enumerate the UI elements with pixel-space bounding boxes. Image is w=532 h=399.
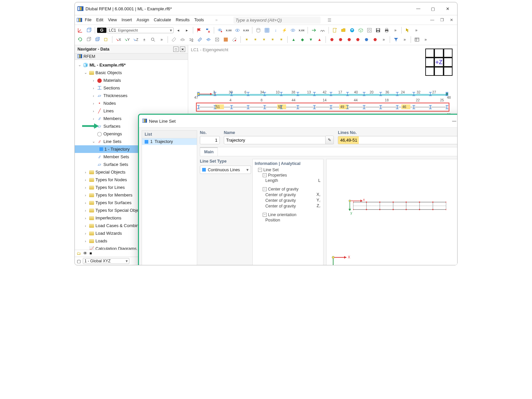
tree-basic-objects[interactable]: ⌄Basic Objects (75, 69, 188, 76)
tb2-red3-icon[interactable]: ⬣ (345, 36, 353, 44)
tb-more1-icon[interactable]: » (391, 26, 399, 34)
tb2-star5-icon[interactable]: ✶ (277, 36, 285, 44)
tree-model[interactable]: ⌄🧊ML - Example.rf6* (75, 61, 188, 69)
info-lineset[interactable]: –Line Set (255, 167, 321, 173)
tb2-grid3d-icon[interactable] (204, 36, 212, 44)
tb-prev-icon[interactable]: ◂ (174, 26, 182, 34)
tb2-plane3-icon[interactable] (230, 36, 238, 44)
dialog-minimize-button[interactable]: — (448, 117, 458, 125)
tb2-red2-icon[interactable]: ⬣ (336, 36, 344, 44)
tree-materials[interactable]: ›⬤Materials (75, 76, 188, 84)
tab-main[interactable]: Main (200, 147, 218, 156)
tb2-filter-icon[interactable] (392, 36, 400, 44)
tb-lightning-icon[interactable]: ⚡ (280, 26, 288, 34)
tb-eye2-icon[interactable] (289, 26, 297, 34)
close-button[interactable]: ✕ (441, 4, 455, 13)
tb-save-icon[interactable] (374, 26, 382, 34)
tb-flag-del-icon[interactable] (204, 26, 212, 34)
tb2-axis-z-icon[interactable]: ↘Z (132, 36, 140, 44)
tb-eye-icon[interactable] (233, 26, 241, 34)
tb2-more5-icon[interactable]: » (422, 36, 430, 44)
info-orient[interactable]: –Line orientation (255, 212, 321, 217)
maximize-button[interactable]: ▢ (426, 4, 440, 13)
info-cog[interactable]: –Center of gravity (255, 187, 321, 192)
tree-thicknesses[interactable]: ›▱Thicknesses (75, 92, 188, 99)
tb2-sup1-icon[interactable]: ▲ (290, 36, 298, 44)
menu-assign[interactable]: Assign (135, 17, 151, 23)
tb-select1-icon[interactable] (404, 26, 412, 34)
tb2-hatch-icon[interactable] (222, 36, 230, 44)
tb2-more4-icon[interactable]: » (401, 36, 409, 44)
tree-nodes[interactable]: ›•Nodes (75, 99, 188, 107)
tb2-sup3-icon[interactable]: ▼ (307, 36, 315, 44)
workspace-close-icon[interactable]: ✕ (448, 17, 455, 23)
tb2-axis-search-icon[interactable] (149, 36, 157, 44)
tb-xxx-icon[interactable]: x.xx (242, 26, 250, 34)
tb2-star3-icon[interactable]: ✶ (260, 36, 268, 44)
navigator-pin-icon[interactable]: □ (173, 47, 179, 52)
dialog-list-item-1[interactable]: 1 Trajectory (142, 138, 197, 145)
tb2-more3-icon[interactable]: » (380, 36, 388, 44)
tb2-red1-icon[interactable]: ⬣ (328, 36, 336, 44)
tb-ucs-icon[interactable] (76, 26, 84, 34)
menu-file[interactable]: File (83, 17, 93, 23)
keyword-input[interactable] (233, 17, 321, 24)
tb-cloud-icon[interactable] (348, 26, 356, 34)
nav-tab-camera-icon[interactable]: ■ (89, 251, 92, 256)
tb2-red5-icon[interactable]: ⬣ (371, 36, 379, 44)
tb2-refresh-icon[interactable] (76, 36, 84, 44)
tb2-axis-x-icon[interactable]: ↘X (114, 36, 122, 44)
navigator-close-icon[interactable]: ✕ (180, 47, 185, 52)
lines-no-input[interactable] (338, 136, 458, 144)
tb2-cube2-icon[interactable] (93, 36, 101, 44)
tb2-star4-icon[interactable]: ✶ (269, 36, 277, 44)
tb-cube3-icon[interactable] (357, 26, 365, 34)
tb2-planes-icon[interactable] (179, 36, 187, 44)
tb-wave-icon[interactable] (319, 26, 327, 34)
tb2-cube1-icon[interactable] (85, 36, 93, 44)
menu-edit[interactable]: Edit (94, 17, 105, 23)
name-input[interactable] (224, 136, 334, 144)
menu-results[interactable]: Results (174, 17, 192, 23)
tree-sections[interactable]: ›工Sections (75, 84, 188, 92)
tb2-red4-icon[interactable]: ⬣ (354, 36, 362, 44)
tb-cyl-icon[interactable] (254, 26, 262, 34)
menu-tools[interactable]: Tools (192, 17, 206, 23)
tb-print-icon[interactable] (383, 26, 391, 34)
workspace-restore-icon[interactable]: ❐ (438, 17, 446, 23)
coord-select[interactable]: 1 - Global XYZ▾ (83, 258, 129, 264)
tb2-table-icon[interactable] (413, 36, 421, 44)
tb-run-arrow-icon[interactable] (310, 26, 318, 34)
tb2-sup2-icon[interactable]: ◆ (298, 36, 306, 44)
tb2-plane2-icon[interactable] (196, 36, 204, 44)
nav-tab-data-icon[interactable]: 🗂 (77, 251, 81, 256)
tb2-plane-icon[interactable] (170, 36, 178, 44)
tb2-star2-icon[interactable]: ✶ (251, 36, 259, 44)
tb-grid-icon[interactable] (263, 26, 271, 34)
tb-new-icon[interactable] (331, 26, 339, 34)
workspace-minimize-icon[interactable]: — (428, 17, 436, 23)
minimize-button[interactable]: — (411, 4, 425, 13)
tb-open-icon[interactable] (339, 26, 347, 34)
linesettype-select[interactable]: Continuous Lines ▾ (200, 166, 251, 174)
tb-settings-icon[interactable] (365, 26, 373, 34)
menu-insert[interactable]: Insert (120, 17, 134, 23)
nav-tab-eye-icon[interactable]: 👁 (83, 251, 87, 256)
lc-select[interactable]: LC1 Eigengewicht ▾ (107, 27, 174, 33)
tb-arrow-down-icon[interactable]: ↓ (272, 26, 280, 34)
tb2-sup4-icon[interactable]: ▲ (316, 36, 324, 44)
view-cube[interactable]: +Z (425, 49, 453, 76)
search-icon-2[interactable]: ☰ (326, 17, 333, 23)
tb-xxx-pin-icon[interactable]: x.xx (225, 26, 233, 34)
tb2-10-icon[interactable]: 10̲ (187, 36, 195, 44)
tb2-lattice-icon[interactable] (213, 36, 221, 44)
name-edit-icon[interactable]: ✎ (325, 136, 334, 144)
menu-calc[interactable]: Calculate (152, 17, 173, 23)
tb-flag-icon[interactable] (195, 26, 203, 34)
tb-more2-icon[interactable]: » (412, 26, 420, 34)
tb2-axis-neg-icon[interactable]: ± (140, 36, 148, 44)
tb-xxx2-icon[interactable]: x.xx (298, 26, 306, 34)
tb-next-icon[interactable]: ▸ (183, 26, 191, 34)
tb2-star1-icon[interactable]: ✶ (243, 36, 251, 44)
menu-view[interactable]: View (106, 17, 119, 23)
